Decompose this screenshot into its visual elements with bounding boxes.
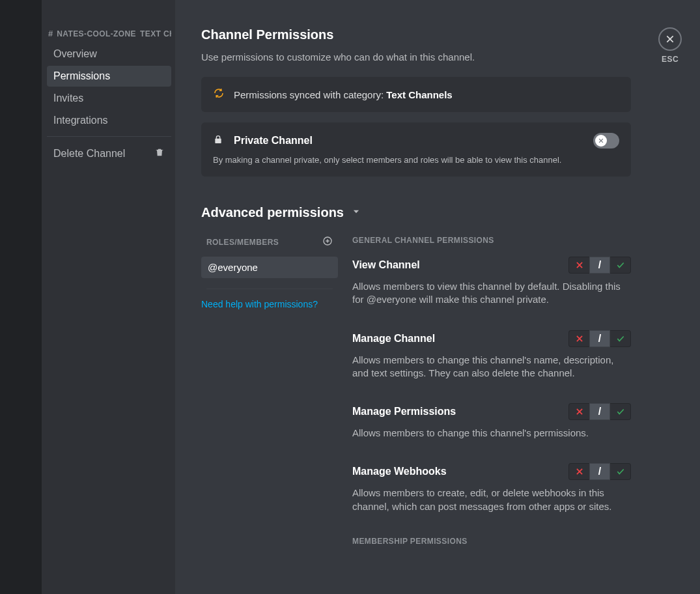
perm-desc: Allows members to change this channel's … <box>352 354 631 380</box>
sync-text: Permissions synced with category: Text C… <box>234 89 453 100</box>
trash-icon <box>154 147 165 160</box>
perm-section-title-general: GENERAL CHANNEL PERMISSIONS <box>352 236 631 245</box>
close-icon <box>665 34 675 44</box>
perm-deny-button[interactable] <box>568 257 589 274</box>
sidebar-item-overview[interactable]: Overview <box>47 44 171 64</box>
perm-toggle-manage-webhooks: / <box>568 463 631 480</box>
perm-allow-button[interactable] <box>610 403 631 420</box>
roles-column: ROLES/MEMBERS @everyone Need help with p… <box>201 236 338 558</box>
perm-toggle-manage-channel: / <box>568 330 631 347</box>
close-area: ESC <box>658 27 682 64</box>
close-button[interactable] <box>658 27 682 51</box>
perm-toggle-manage-permissions: / <box>568 403 631 420</box>
perm-neutral-button[interactable]: / <box>589 257 610 274</box>
perm-section-title-membership: MEMBERSHIP PERMISSIONS <box>352 537 631 546</box>
add-role-button[interactable] <box>322 236 333 249</box>
perm-neutral-button[interactable]: / <box>589 403 610 420</box>
sidebar-item-permissions[interactable]: Permissions <box>47 66 171 87</box>
permissions-column: GENERAL CHANNEL PERMISSIONS View Channel… <box>352 236 631 558</box>
private-channel-desc: By making a channel private, only select… <box>213 155 619 165</box>
sync-prefix: Permissions synced with category: <box>234 89 386 100</box>
toggle-off-icon <box>598 137 604 144</box>
page-subtitle: Use permissions to customize who can do … <box>201 51 631 63</box>
perm-allow-button[interactable] <box>610 330 631 347</box>
esc-label: ESC <box>658 55 682 64</box>
advanced-permissions-header[interactable]: Advanced permissions <box>201 205 631 220</box>
sidebar-delete-channel[interactable]: Delete Channel <box>47 143 171 164</box>
delete-channel-label: Delete Channel <box>53 148 125 160</box>
advanced-permissions-title: Advanced permissions <box>201 205 344 220</box>
sync-icon <box>213 87 225 102</box>
perm-desc: Allows members to view this channel by d… <box>352 280 631 307</box>
perm-name: Manage Channel <box>352 333 435 345</box>
roles-header-label: ROLES/MEMBERS <box>206 238 279 247</box>
perm-row-manage-channel: Manage Channel / Allows members to chang… <box>352 330 631 380</box>
lock-icon <box>213 134 223 147</box>
toggle-knob <box>595 135 607 147</box>
sidebar-item-integrations[interactable]: Integrations <box>47 110 171 131</box>
sidebar-separator <box>47 136 171 137</box>
perm-neutral-button[interactable]: / <box>589 330 610 347</box>
channel-type: TEXT CHANNELS <box>140 29 171 38</box>
sync-banner: Permissions synced with category: Text C… <box>201 77 631 112</box>
private-channel-title: Private Channel <box>234 135 313 147</box>
perm-row-view-channel: View Channel / Allows members to view th… <box>352 257 631 307</box>
perm-deny-button[interactable] <box>568 463 589 480</box>
perm-toggle-view-channel: / <box>568 257 631 274</box>
page-title: Channel Permissions <box>201 27 631 42</box>
perm-desc: Allows members to create, edit, or delet… <box>352 487 631 513</box>
perm-allow-button[interactable] <box>610 463 631 480</box>
sidebar-channel-header: # NATES-COOL-ZONE TEXT CHANNELS <box>47 29 171 44</box>
perm-deny-button[interactable] <box>568 403 589 420</box>
settings-sidebar: # NATES-COOL-ZONE TEXT CHANNELS Overview… <box>42 0 175 594</box>
app-rail <box>0 0 42 594</box>
private-channel-toggle[interactable] <box>593 133 619 148</box>
perm-desc: Allows members to change this channel's … <box>352 427 631 440</box>
sidebar-item-invites[interactable]: Invites <box>47 88 171 109</box>
perm-neutral-button[interactable]: / <box>589 463 610 480</box>
perm-deny-button[interactable] <box>568 330 589 347</box>
perm-row-manage-webhooks: Manage Webhooks / Allows members to crea… <box>352 463 631 513</box>
permissions-help-link[interactable]: Need help with permissions? <box>201 299 318 309</box>
role-item-everyone[interactable]: @everyone <box>201 257 338 278</box>
perm-name: View Channel <box>352 259 420 271</box>
perm-name: Manage Webhooks <box>352 466 447 477</box>
channel-name: NATES-COOL-ZONE <box>57 29 136 38</box>
perm-row-manage-permissions: Manage Permissions / Allows members to c… <box>352 403 631 440</box>
sync-category: Text Channels <box>386 89 452 100</box>
main-panel: ESC Channel Permissions Use permissions … <box>175 0 700 594</box>
chevron-down-icon <box>352 207 361 219</box>
private-channel-card: Private Channel By making a channel priv… <box>201 122 631 177</box>
roles-separator <box>206 289 333 289</box>
perm-allow-button[interactable] <box>610 257 631 274</box>
perm-name: Manage Permissions <box>352 406 456 417</box>
hash-icon: # <box>48 29 53 38</box>
